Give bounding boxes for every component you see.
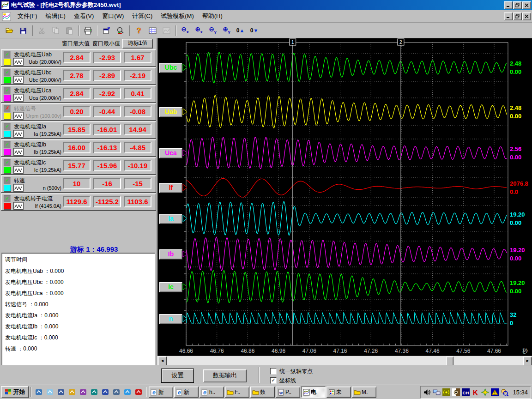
waveform-style-button[interactable] [14, 94, 23, 101]
menu-item-1[interactable]: 编辑(E) [42, 10, 70, 22]
waveform-style-button[interactable] [14, 76, 23, 83]
menu-item-0[interactable]: 文件(F) [13, 10, 42, 22]
tray-signal-icon[interactable] [442, 388, 451, 396]
waveform-style-button[interactable] [14, 166, 23, 173]
scale-max-n: 32 [510, 311, 516, 318]
tray-volume-icon[interactable] [423, 388, 431, 396]
quick-launch-word[interactable] [101, 387, 110, 397]
scroll-right-button[interactable]: ► [523, 357, 532, 366]
tray-input-eye-icon[interactable] [452, 388, 460, 396]
print-button[interactable] [81, 24, 95, 37]
waveform-plot[interactable]: 46.6646.7646.8646.9647.0647.1647.2647.36… [157, 38, 532, 356]
channel-enable-checkbox[interactable]: ✓ [4, 87, 11, 94]
settings-button[interactable]: 设置 [161, 369, 194, 383]
tray-network-icon[interactable] [432, 388, 441, 396]
zero-up-button[interactable]: 0▲ [234, 24, 247, 37]
channel-enable-checkbox[interactable]: ✓ [4, 51, 11, 58]
quick-launch-notepad[interactable] [45, 387, 54, 397]
waveform-style-button[interactable] [14, 112, 23, 119]
folder-icon [227, 389, 234, 396]
zoom-out-x-button[interactable]: ⊖x [178, 24, 192, 37]
waveform-style-button[interactable] [14, 202, 23, 209]
quick-launch-network-setup[interactable] [56, 387, 66, 397]
data-export-button[interactable]: 数据输出 [203, 369, 247, 382]
taskbar-window-0[interactable]: e新 [149, 387, 173, 398]
plot-channel-button-If[interactable]: If [159, 183, 182, 193]
plot-horizontal-scrollbar[interactable]: ◄ ► [157, 356, 532, 365]
channel-enable-checkbox[interactable]: ✓ [4, 123, 11, 130]
tray-magnifier-user-icon[interactable] [500, 388, 509, 396]
menu-item-2[interactable]: 查看(V) [70, 10, 98, 22]
restore-button[interactable] [513, 1, 522, 9]
minimize-button[interactable] [504, 1, 513, 9]
waveform-style-button[interactable] [14, 58, 23, 65]
save-button[interactable] [17, 24, 30, 37]
channel-enable-checkbox[interactable]: ✓ [4, 141, 11, 148]
close-button[interactable] [522, 1, 531, 9]
plot-channel-button-Uab[interactable]: Uab [159, 107, 182, 117]
properties-button[interactable] [100, 24, 113, 37]
doc-restore-button[interactable] [513, 12, 522, 20]
unify-zero-checkbox[interactable] [270, 368, 277, 375]
plot-channel-button-Ia[interactable]: Ia [159, 214, 182, 224]
zoom-in-x-button[interactable]: ⊕x [192, 24, 206, 37]
tray-star-icon[interactable] [481, 388, 490, 396]
plot-channel-button-n[interactable]: n [159, 314, 182, 324]
menu-item-5[interactable]: 试验模板(M) [157, 10, 198, 22]
quick-launch-media-player[interactable] [67, 387, 77, 397]
taskbar-window-4[interactable]: 数 [250, 387, 275, 398]
scroll-thumb[interactable] [446, 357, 453, 366]
channel-enable-checkbox[interactable]: ✓ [4, 195, 11, 202]
quick-launch-movie-maker[interactable] [112, 387, 121, 397]
channel-enable-checkbox[interactable]: ✗ [4, 105, 11, 112]
doc-minimize-button[interactable] [504, 12, 513, 20]
doc-close-button[interactable] [522, 12, 531, 20]
taskbar-window-label: M. [362, 389, 368, 395]
plot-channel-button-Uca[interactable]: Uca [159, 148, 182, 158]
taskbar-window-7[interactable]: 未 [326, 387, 351, 398]
open-button[interactable] [3, 24, 16, 37]
taskbar-window-8[interactable]: M. [352, 387, 376, 398]
taskbar-window-6[interactable]: 电 [301, 387, 326, 398]
menu-item-3[interactable]: 窗口(W) [98, 10, 128, 22]
waveform-style-button[interactable] [14, 130, 23, 137]
tray-chinese-input-icon[interactable]: CH [461, 388, 470, 396]
waveform-style-button[interactable] [14, 148, 23, 155]
channel-enable-checkbox[interactable]: ✓ [4, 177, 11, 184]
channel-name: 发电机电流Ic [14, 159, 46, 167]
taskbar-window-3[interactable]: F.. [225, 387, 249, 398]
taskbar-window-1[interactable]: e新 [174, 387, 199, 398]
channel-enable-checkbox[interactable]: ✓ [4, 69, 11, 76]
tray-warning-icon[interactable] [490, 388, 499, 396]
plot-channel-button-Ubc[interactable]: Ubc [159, 63, 182, 73]
channel-enable-checkbox[interactable]: ✓ [4, 159, 11, 166]
plot-channel-button-Ic[interactable]: Ic [159, 282, 182, 292]
help-button[interactable]: ? [132, 24, 145, 37]
waveform-trace-Uca [187, 137, 507, 169]
tray-kingsoft-icon[interactable]: K [471, 388, 480, 396]
start-button[interactable]: 开始 [1, 386, 29, 398]
zoom-in-y-button[interactable]: ⊕y [220, 24, 233, 37]
quick-launch-console[interactable] [90, 387, 99, 397]
scroll-left-button[interactable]: ◄ [158, 357, 167, 366]
menu-item-6[interactable]: 帮助(H) [198, 10, 227, 22]
taskbar-window-2[interactable]: eh.. [200, 387, 224, 398]
waveform-style-button[interactable] [14, 184, 23, 191]
zoom-tool-button[interactable] [114, 24, 127, 37]
table-button[interactable] [146, 24, 159, 37]
zoom-out-y-button[interactable]: ⊖y [206, 24, 219, 37]
taskbar-window-5[interactable]: WP.. [276, 387, 300, 398]
quick-launch-app-red[interactable] [134, 387, 143, 397]
quick-launch-internet-explorer[interactable] [123, 387, 132, 397]
cursor1-value-button[interactable]: 游标1值 [122, 39, 153, 48]
quick-launch-show-desktop[interactable] [34, 387, 43, 397]
plot-channel-button-Ib[interactable]: Ib [159, 249, 182, 260]
taskbar-divider [30, 387, 31, 397]
menu-item-4[interactable]: 计算(C) [128, 10, 157, 22]
document-icon [2, 12, 11, 20]
quick-launch-messenger[interactable] [79, 387, 88, 397]
grid-lines-checkbox[interactable]: ✓ [270, 377, 277, 384]
zero-down-button[interactable]: 0▼ [248, 24, 261, 37]
x-tick-label: 46.86 [241, 348, 254, 354]
paste-button [63, 24, 76, 37]
